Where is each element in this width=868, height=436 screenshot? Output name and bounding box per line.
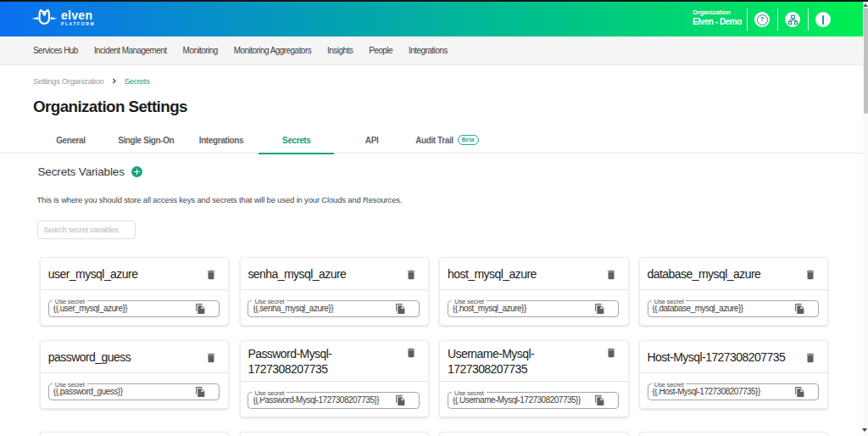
use-secret-field: Use secret {{.Host-Mysql-1727308207735}}: [648, 383, 819, 400]
use-secret-label: Use secret: [252, 298, 287, 305]
breadcrumb-secrets: Secrets: [124, 76, 149, 86]
copy-icon: [594, 395, 605, 406]
secret-name: user_mysql_azure: [48, 267, 202, 282]
help-button[interactable]: ?: [754, 12, 770, 27]
use-secret-field: Use secret {{.Password-Mysql-17273082077…: [248, 392, 419, 409]
trash-icon: [205, 269, 217, 281]
organization-block: Organization Elven - Demo: [693, 8, 742, 28]
breadcrumb-settings-organization[interactable]: Settings Organization: [33, 76, 103, 86]
tab-single-sign-on[interactable]: Single Sign-On: [108, 127, 184, 153]
elven-owl-icon: [31, 8, 58, 27]
delete-secret-button[interactable]: [601, 265, 621, 285]
delete-secret-button[interactable]: [201, 265, 221, 285]
secrets-grid: user_mysql_azure Use secret {{.user_mysq…: [40, 257, 828, 436]
secret-card: Password-Mysql-1727308207735 Use secret …: [240, 340, 429, 417]
elven-logo[interactable]: elven PLATFORM: [31, 8, 95, 27]
use-secret-label: Use secret: [252, 389, 287, 397]
nav-item-services-hub[interactable]: Services Hub: [33, 46, 78, 55]
secret-name: host_mysql_azure: [448, 267, 601, 282]
section-description: This is where you should store all acces…: [37, 195, 403, 204]
main-nav: Services Hub Incident Management Monitor…: [0, 36, 863, 65]
copy-secret-button[interactable]: [394, 394, 407, 407]
breadcrumb: Settings Organization Secrets: [33, 76, 150, 86]
nav-item-monitoring-aggregators[interactable]: Monitoring Aggregators: [234, 46, 311, 55]
copy-icon: [794, 304, 805, 315]
trash-icon: [605, 347, 617, 359]
page-title: Organization Settings: [33, 98, 187, 116]
use-secret-field: Use secret {{.senha_mysql_azure}}: [248, 300, 419, 317]
use-secret-field: Use secret {{.database_mysql_azure}}: [648, 300, 819, 317]
trash-icon: [405, 347, 417, 359]
org-structure-button[interactable]: [785, 12, 800, 27]
use-secret-label: Use secret: [652, 298, 687, 305]
copy-secret-button[interactable]: [793, 303, 806, 316]
secret-card: host_mysql_azure Use secret {{.host_mysq…: [439, 257, 628, 326]
user-avatar-button[interactable]: [815, 12, 831, 27]
use-secret-field: Use secret {{.password_guess}}: [48, 383, 220, 400]
secret-card: Username-Mysql-1727308207735 Use secret …: [439, 340, 628, 417]
trash-icon: [405, 269, 417, 281]
nav-item-incident-management[interactable]: Incident Management: [94, 46, 167, 55]
nav-item-integrations[interactable]: Integrations: [409, 46, 448, 55]
chevron-right-icon: [110, 77, 118, 85]
secret-name: Password-Mysql-1727308207735: [248, 347, 401, 377]
copy-icon: [195, 387, 206, 398]
copy-secret-button[interactable]: [793, 386, 806, 399]
delete-secret-button[interactable]: [401, 265, 421, 285]
use-secret-label: Use secret: [53, 298, 87, 305]
delete-secret-button[interactable]: [800, 348, 821, 368]
scrollbar-up-arrow-icon[interactable]: [863, 3, 868, 7]
copy-secret-button[interactable]: [194, 386, 207, 399]
copy-secret-button[interactable]: [194, 303, 207, 316]
scrollbar-thumb[interactable]: [864, 8, 868, 114]
nav-item-people[interactable]: People: [369, 46, 392, 55]
tab-audit-trail[interactable]: Audit Trail Beta: [409, 127, 485, 153]
help-icon: ?: [757, 14, 768, 25]
nav-item-insights[interactable]: Insights: [327, 46, 353, 55]
header-divider: [808, 8, 809, 31]
avatar-initial-icon: [822, 15, 825, 25]
secret-card-partial: [40, 432, 229, 436]
copy-icon: [794, 387, 805, 398]
tab-secrets[interactable]: Secrets: [259, 127, 334, 153]
secret-name: senha_mysql_azure: [248, 267, 401, 282]
delete-secret-button[interactable]: [800, 265, 821, 285]
copy-icon: [195, 304, 206, 315]
header-divider: [777, 8, 778, 31]
copy-secret-button[interactable]: [394, 303, 407, 316]
app-header: elven PLATFORM Organization Elven - Demo…: [0, 2, 863, 36]
secret-name: Host-Mysql-1727308207735: [648, 350, 801, 366]
active-tab-underline: [259, 153, 334, 154]
trash-icon: [804, 269, 816, 281]
copy-icon: [395, 304, 406, 315]
tab-integrations[interactable]: Integrations: [184, 127, 259, 153]
copy-secret-button[interactable]: [593, 303, 606, 316]
organization-label: Organization: [693, 8, 742, 16]
tabs: General Single Sign-On Integrations Secr…: [33, 127, 485, 153]
use-secret-field: Use secret {{.Username-Mysql-17273082077…: [448, 392, 619, 409]
beta-badge: Beta: [458, 135, 479, 145]
use-secret-label: Use secret: [652, 381, 687, 388]
use-secret-label: Use secret: [452, 298, 487, 305]
organization-name[interactable]: Elven - Demo: [693, 16, 742, 28]
secret-card: database_mysql_azure Use secret {{.datab…: [639, 257, 828, 326]
scrollbar-down-arrow-icon[interactable]: [862, 428, 867, 432]
tab-general[interactable]: General: [33, 127, 108, 153]
search-input[interactable]: [37, 221, 136, 239]
header-divider: [747, 8, 748, 31]
trash-icon: [205, 352, 217, 364]
trash-icon: [605, 269, 617, 281]
secret-card: Host-Mysql-1727308207735 Use secret {{.H…: [639, 340, 828, 409]
tab-api[interactable]: API: [334, 127, 409, 153]
delete-secret-button[interactable]: [601, 343, 621, 363]
copy-secret-button[interactable]: [593, 394, 606, 407]
delete-secret-button[interactable]: [201, 348, 221, 368]
use-secret-field: Use secret {{.user_mysql_azure}}: [48, 300, 220, 317]
secret-card-partial: [240, 432, 429, 436]
add-secret-button[interactable]: [131, 166, 143, 178]
secret-card-partial: [439, 432, 628, 436]
secret-card: senha_mysql_azure Use secret {{.senha_my…: [240, 257, 429, 326]
logo-subtitle: PLATFORM: [61, 22, 95, 26]
nav-item-monitoring[interactable]: Monitoring: [183, 46, 218, 55]
delete-secret-button[interactable]: [401, 343, 421, 363]
